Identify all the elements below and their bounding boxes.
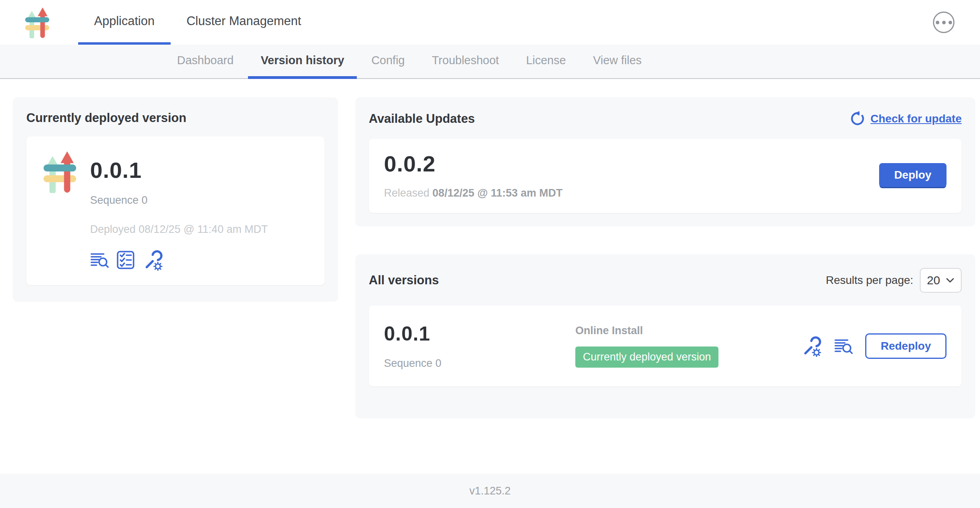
edit-config-icon[interactable] bbox=[801, 335, 822, 357]
edit-config-icon[interactable] bbox=[142, 249, 163, 271]
check-for-update-link[interactable]: Check for update bbox=[849, 111, 962, 127]
results-per-page-select[interactable]: 20 bbox=[920, 268, 962, 293]
deployed-version-panel: 0.0.1 Sequence 0 Deployed 08/12/25 @ 11:… bbox=[26, 136, 325, 285]
view-logs-icon[interactable] bbox=[834, 337, 853, 355]
main-content: Currently deployed version 0.0.1 Sequenc… bbox=[0, 79, 980, 474]
subnav-tab-license[interactable]: License bbox=[513, 45, 579, 79]
app-logo-icon bbox=[23, 6, 52, 38]
available-updates-title: Available Updates bbox=[369, 112, 475, 126]
view-logs-icon[interactable] bbox=[90, 251, 109, 269]
app-logo bbox=[23, 0, 52, 45]
subnav-tab-troubleshoot[interactable]: Troubleshoot bbox=[419, 45, 512, 79]
all-versions-card: All versions Results per page: 20 0.0.1 … bbox=[355, 254, 975, 418]
ellipsis-icon bbox=[936, 21, 939, 24]
tab-application[interactable]: Application bbox=[78, 0, 171, 45]
all-versions-title: All versions bbox=[369, 273, 439, 287]
refresh-icon bbox=[849, 111, 865, 127]
app-logo-icon bbox=[41, 150, 80, 193]
version-row: 0.0.1 Sequence 0 Online Install Currentl… bbox=[369, 305, 962, 386]
app-subnav: Dashboard Version history Config Trouble… bbox=[0, 45, 980, 79]
subnav-tab-view-files[interactable]: View files bbox=[580, 45, 654, 79]
overflow-menu-button[interactable] bbox=[933, 12, 954, 33]
footer: v1.125.2 bbox=[0, 474, 980, 508]
deployed-version-number: 0.0.1 bbox=[90, 157, 268, 183]
redeploy-button[interactable]: Redeploy bbox=[865, 333, 947, 359]
update-released-line: Released 08/12/25 @ 11:53 am MDT bbox=[384, 187, 563, 199]
top-nav: Application Cluster Management bbox=[0, 0, 980, 45]
deployed-timestamp: Deployed 08/12/25 @ 11:40 am MDT bbox=[90, 223, 268, 236]
subnav-tab-config[interactable]: Config bbox=[358, 45, 417, 79]
deployed-actions bbox=[90, 249, 268, 271]
currently-deployed-badge: Currently deployed version bbox=[575, 347, 718, 368]
row-version-number: 0.0.1 bbox=[384, 322, 575, 345]
available-update-row: 0.0.2 Released 08/12/25 @ 11:53 am MDT D… bbox=[369, 139, 962, 213]
subnav-tab-dashboard[interactable]: Dashboard bbox=[164, 45, 246, 79]
deploy-button[interactable]: Deploy bbox=[879, 163, 947, 187]
currently-deployed-title: Currently deployed version bbox=[26, 111, 325, 125]
currently-deployed-card: Currently deployed version 0.0.1 Sequenc… bbox=[13, 97, 338, 302]
tab-cluster-management[interactable]: Cluster Management bbox=[171, 0, 317, 45]
chevron-down-icon bbox=[946, 278, 954, 283]
deployed-sequence: Sequence 0 bbox=[90, 194, 268, 207]
results-per-page: Results per page: 20 bbox=[826, 268, 962, 293]
header-tabs: Application Cluster Management bbox=[78, 0, 317, 45]
subnav-tab-version-history[interactable]: Version history bbox=[248, 45, 357, 79]
results-per-page-label: Results per page: bbox=[826, 274, 913, 287]
update-version-number: 0.0.2 bbox=[384, 151, 563, 177]
console-version: v1.125.2 bbox=[469, 485, 511, 497]
available-updates-card: Available Updates Check for update 0.0.2… bbox=[355, 97, 975, 226]
install-type-label: Online Install bbox=[575, 325, 718, 337]
row-sequence: Sequence 0 bbox=[384, 357, 575, 370]
preflight-checks-icon[interactable] bbox=[116, 250, 135, 270]
